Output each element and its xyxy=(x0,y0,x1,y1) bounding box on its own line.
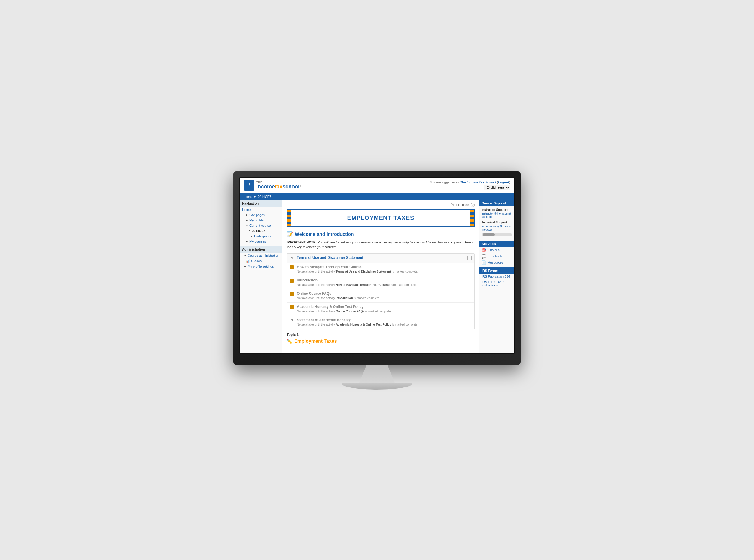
locked-icon-3 xyxy=(290,292,295,297)
activity-link-feedback[interactable]: 💬 Feedback xyxy=(479,253,514,259)
sidebar-item-currentcourse[interactable]: ▼ Current course xyxy=(240,223,282,228)
unavail-link-1[interactable]: Terms of Use and Disclaimer Statement xyxy=(336,270,391,273)
chevron-down-icon-2: ▼ xyxy=(248,229,251,232)
banner-title: EMPLOYMENT TAXES xyxy=(291,215,470,221)
sidebar-item-sitepages[interactable]: ► Site pages xyxy=(240,212,282,218)
language-select[interactable]: English (en) xyxy=(484,185,510,190)
activity-title-faqs[interactable]: Online Course FAQs xyxy=(297,292,472,296)
locked-icon-1 xyxy=(290,265,295,270)
main-content: Your progress ? EMPLOYMENT TAXES 📝 Welco… xyxy=(282,200,479,353)
right-panel: Course Support Instructor Support: instr… xyxy=(479,200,514,353)
irs-form-1040[interactable]: IRS Form 1040 Instructions xyxy=(479,279,514,288)
chevron-down-icon-3: ▼ xyxy=(244,254,246,257)
topic-title: ✏️ Employment Taxes xyxy=(286,339,475,344)
topic-title-text: Employment Taxes xyxy=(294,339,337,344)
unavail-link-2[interactable]: How to Navigate Through Your Course xyxy=(336,283,390,286)
irs-publication-334[interactable]: IRS Publication 334 xyxy=(479,274,514,279)
chevron-right-icon-5: ► xyxy=(244,265,246,268)
table-row: ? Terms of Use and Disclaimer Statement xyxy=(287,254,475,263)
sidebar-item-grades[interactable]: 📊 Grades xyxy=(240,258,282,264)
table-row: Academic Honesty & Online Test Policy No… xyxy=(287,303,475,316)
user-name-link[interactable]: The Income Tax School xyxy=(460,180,496,184)
sidebar-item-home[interactable]: Home xyxy=(240,207,282,212)
activity-content-6: Statement of Academic Honesty Not availa… xyxy=(297,318,472,327)
language-selector-wrapper[interactable]: English (en) xyxy=(430,184,510,190)
irs-forms-header: IRS Forms xyxy=(479,267,514,274)
activity-link-resources[interactable]: 📄 Resources xyxy=(479,259,514,265)
logo-icon: i xyxy=(244,180,255,191)
table-row: How to Navigate Through Your Course Not … xyxy=(287,263,475,276)
sidebar-item-mycourses[interactable]: ► My courses xyxy=(240,239,282,244)
topic-emoji: ✏️ xyxy=(286,339,293,344)
activity-title-intro[interactable]: Introduction xyxy=(297,278,472,282)
resources-label: Resources xyxy=(488,261,503,264)
unavail-link-3[interactable]: Introduction xyxy=(336,297,353,300)
sidebar-sitepages-label: Site pages xyxy=(250,213,265,217)
activity-title-statement[interactable]: Statement of Academic Honesty xyxy=(297,318,472,322)
unavail-link-5[interactable]: Academic Honesty & Online Test Policy xyxy=(336,323,391,326)
sidebar: Navigation Home ► Site pages ► My profil… xyxy=(240,200,282,353)
choices-label: Choices xyxy=(488,248,499,252)
login-status: You are logged in as The Income Tax Scho… xyxy=(430,180,510,184)
activity-title-terms[interactable]: Terms of Use and Disclaimer Statement xyxy=(297,256,465,260)
note-prefix: IMPORTANT NOTE: xyxy=(286,241,317,244)
feedback-icon: 💬 xyxy=(481,254,486,259)
chevron-down-icon: ▼ xyxy=(246,224,248,227)
chevron-right-icon-4: ► xyxy=(246,240,248,243)
table-row: Introduction Not available until the act… xyxy=(287,276,475,289)
logout-link[interactable]: Logout xyxy=(498,180,509,184)
choices-icon: 🎯 xyxy=(481,248,486,252)
instructor-support-label: Instructor Support: xyxy=(481,208,512,212)
sidebar-item-courseadmin[interactable]: ▼ Course administration xyxy=(240,253,282,258)
logo-name: incometaxschool® xyxy=(256,184,301,190)
navigation-header: Navigation xyxy=(240,200,282,207)
activity-checkbox[interactable] xyxy=(468,256,472,260)
sidebar-2014ce7-label: 2014CE7 xyxy=(252,229,265,233)
activity-unavail-4: Not available until the activity Online … xyxy=(297,309,472,314)
logo-school: school xyxy=(282,184,300,189)
welcome-icon: 📝 xyxy=(286,231,293,238)
instructor-email[interactable]: instructor@theincometaxschoo xyxy=(481,212,512,218)
unavail-link-4[interactable]: Online Course FAQs xyxy=(336,310,364,313)
activity-unavail-1: Not available until the activity Terms o… xyxy=(297,270,472,274)
breadcrumb-arrow: ► xyxy=(254,195,257,198)
course-support-content: Instructor Support: instructor@theincome… xyxy=(479,206,514,239)
activity-title-navigate[interactable]: How to Navigate Through Your Course xyxy=(297,265,472,269)
sidebar-item-2014ce7[interactable]: ▼ 2014CE7 xyxy=(240,228,282,234)
activity-content: Terms of Use and Disclaimer Statement xyxy=(297,256,465,260)
activity-unavail-2: Not available until the activity How to … xyxy=(297,283,472,287)
header-user-info: You are logged in as The Income Tax Scho… xyxy=(430,180,510,190)
sidebar-grades-label: Grades xyxy=(251,259,261,263)
activities-header: Activities xyxy=(479,241,514,247)
scrollbar-thumb[interactable] xyxy=(483,234,495,236)
activity-content-2: How to Navigate Through Your Course Not … xyxy=(297,265,472,274)
chevron-right-icon-3: ► xyxy=(250,235,253,238)
question-icon-2: ? xyxy=(290,318,295,323)
breadcrumb-home[interactable]: Home xyxy=(244,195,253,198)
progress-label: Your progress xyxy=(451,203,470,206)
activity-list: ? Terms of Use and Disclaimer Statement xyxy=(286,253,475,329)
sidebar-participants-label: Participants xyxy=(254,234,271,238)
administration-header: Administration xyxy=(240,246,282,253)
activity-unavail-3: Not available until the activity Introdu… xyxy=(297,296,472,300)
sidebar-courseadmin-label: Course administration xyxy=(248,254,279,257)
course-support-header: Course Support xyxy=(479,200,514,206)
banner-stripe-right xyxy=(470,210,474,226)
activity-title-honesty[interactable]: Academic Honesty & Online Test Policy xyxy=(297,305,472,309)
progress-info-icon[interactable]: ? xyxy=(471,203,475,207)
activity-link-choices[interactable]: 🎯 Choices xyxy=(479,247,514,253)
scrollbar-area[interactable] xyxy=(481,234,512,236)
technical-email[interactable]: schooladmin@theincometaxsc xyxy=(481,225,512,231)
course-banner: EMPLOYMENT TAXES xyxy=(286,209,475,227)
activity-content-4: Online Course FAQs Not available until t… xyxy=(297,292,472,300)
logo-text: THE incometaxschool® xyxy=(256,181,301,190)
logo-tax: tax xyxy=(275,184,282,189)
breadcrumb: Home ► 2014CE7 xyxy=(240,194,514,200)
activity-content-3: Introduction Not available until the act… xyxy=(297,278,472,287)
sidebar-myprofilesettings-label: My profile settings xyxy=(248,265,274,268)
activities-list: 🎯 Choices 💬 Feedback 📄 Resources xyxy=(479,247,514,265)
sidebar-item-myprofilesettings[interactable]: ► My profile settings xyxy=(240,264,282,269)
feedback-label: Feedback xyxy=(488,254,502,258)
sidebar-item-participants[interactable]: ► Participants xyxy=(240,234,282,239)
sidebar-item-myprofile[interactable]: ► My profile xyxy=(240,218,282,223)
